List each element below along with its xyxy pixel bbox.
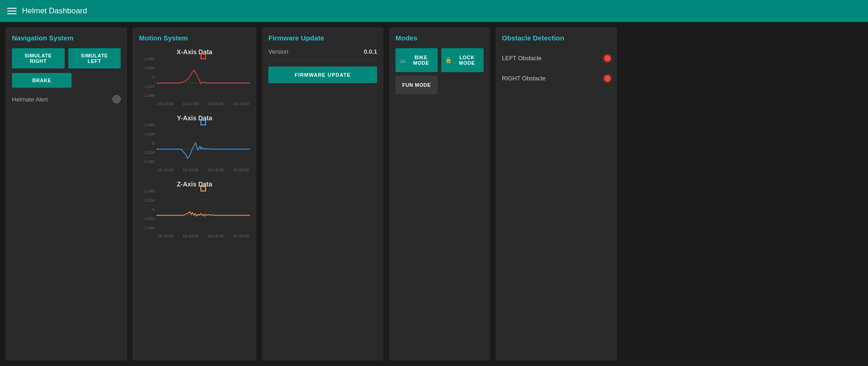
nav-panel-title: Navigation System (12, 34, 121, 42)
helmet-alert-toggle[interactable] (112, 95, 121, 103)
x-axis-icon (200, 54, 206, 59)
navigation-panel: Navigation System SIMULATE RIGHT SIMULAT… (6, 28, 127, 360)
x-axis-x-labels: 15:12:00 15:14:00 15:16:00 15:18:00 (139, 101, 250, 106)
z-axis-icon (200, 186, 206, 191)
motion-panel-title: Motion System (139, 34, 250, 42)
simulate-left-button[interactable]: SIMULATE LEFT (68, 48, 121, 68)
helmet-alert-row: Helmate Alert (12, 92, 121, 106)
x-axis-chart (156, 58, 250, 100)
left-obstacle-row: LEFT Obstacle (502, 48, 611, 68)
y-axis-icon (200, 120, 206, 125)
y-axis-chart (156, 124, 250, 166)
x-axis-section: X-Axis Data (139, 48, 250, 106)
motion-panel: Motion System X-Axis Data (133, 28, 256, 360)
navbar: Helmet Dashboard (0, 0, 868, 22)
bike-icon: 🚲 (399, 57, 406, 63)
lock-icon: 🔒 (445, 57, 452, 63)
app-title: Helmet Dashboard (22, 6, 87, 16)
y-axis-title: Y-Axis Data (139, 114, 250, 122)
z-axis-title: Z-Axis Data (139, 180, 250, 188)
right-obstacle-row: RIGHT Obstacle (502, 68, 611, 88)
fun-mode-button[interactable]: FUN MODE (395, 76, 438, 94)
right-obstacle-indicator (604, 75, 611, 82)
firmware-update-button[interactable]: FIRMWARE UPDATE (268, 67, 377, 83)
modes-panel: Modes 🚲 BIKE MODE 🔒 LOCK MODE FUN MODE (389, 28, 490, 360)
main-content: Navigation System SIMULATE RIGHT SIMULAT… (0, 22, 868, 366)
y-axis-section: Y-Axis Data 2,048 1,024 0 (139, 114, 250, 172)
x-axis-title: X-Axis Data (139, 48, 250, 56)
obstacle-panel-title: Obstacle Detection (502, 34, 611, 42)
version-value: 0.0.1 (364, 48, 377, 55)
mode-buttons-grid: 🚲 BIKE MODE 🔒 LOCK MODE FUN MODE (395, 48, 484, 94)
z-axis-chart (156, 191, 250, 232)
firmware-panel: Firmware Update Version 0.0.1 FIRMWARE U… (262, 28, 384, 360)
version-label: Version (268, 48, 288, 55)
obstacle-panel: Obstacle Detection LEFT Obstacle RIGHT O… (495, 28, 617, 360)
firmware-panel-title: Firmware Update (268, 34, 377, 42)
nav-buttons-row: SIMULATE RIGHT SIMULATE LEFT (12, 48, 121, 68)
y-axis-x-labels: 15:12:00 15:14:00 15:16:00 15:18:00 (139, 168, 250, 172)
bike-mode-button[interactable]: 🚲 BIKE MODE (395, 48, 438, 72)
lock-mode-button[interactable]: 🔒 LOCK MODE (441, 48, 484, 72)
z-axis-section: Z-Axis Data 2,048 1,024 0 (139, 180, 250, 238)
version-row: Version 0.0.1 (268, 48, 377, 60)
left-obstacle-indicator (604, 55, 611, 62)
right-obstacle-label: RIGHT Obstacle (502, 75, 545, 82)
z-axis-x-labels: 15:12:00 15:14:00 15:16:00 15:18:00 (139, 234, 250, 238)
modes-panel-title: Modes (395, 34, 484, 42)
left-obstacle-label: LEFT Obstacle (502, 55, 541, 62)
